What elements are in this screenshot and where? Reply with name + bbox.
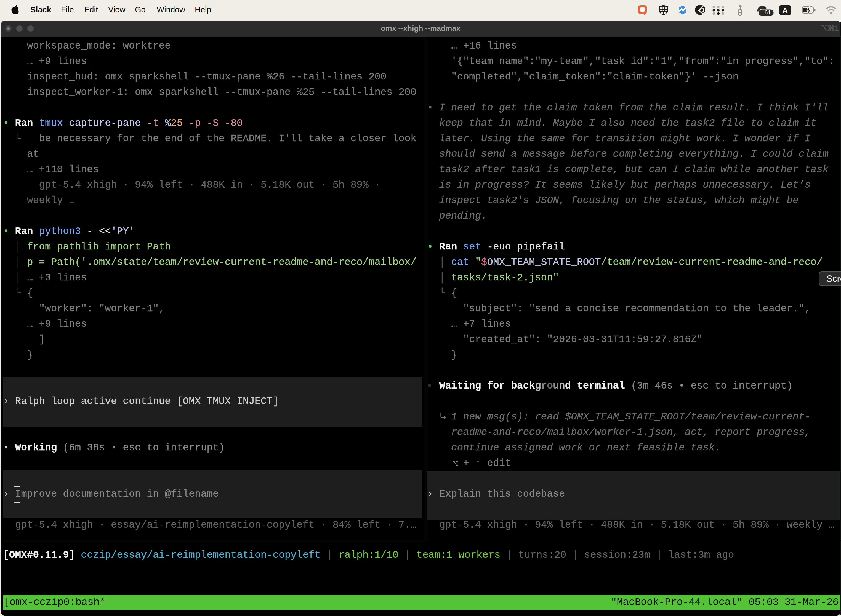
- svg-text:1: 1: [835, 25, 838, 32]
- svg-text:A: A: [782, 6, 788, 14]
- svg-text:..61: ..61: [761, 9, 771, 15]
